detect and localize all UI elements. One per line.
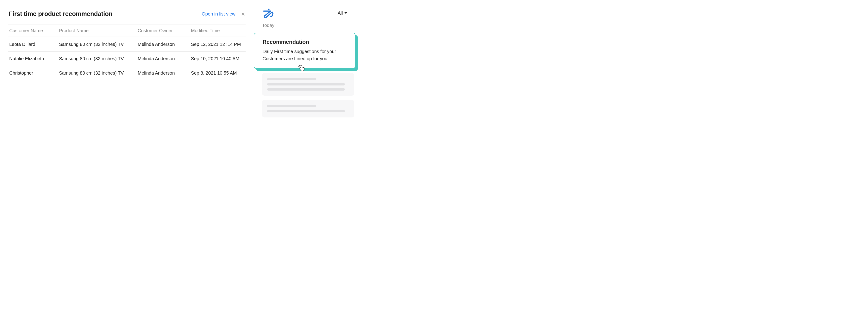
cell-product: Samsung 80 cm (32 inches) TV <box>59 71 124 76</box>
sidebar-header: All <box>262 8 354 18</box>
sidebar-panel: All Today Recommendation Daily First tim… <box>254 0 361 129</box>
col-customer-header: Customer Name <box>9 28 43 33</box>
recommendation-card[interactable]: Recommendation Daily First time suggesti… <box>254 33 355 69</box>
col-product-header: Product Name <box>59 28 89 33</box>
skeleton-line <box>267 105 316 107</box>
skeleton-line <box>267 83 345 85</box>
filter-dropdown-label: All <box>338 10 343 16</box>
section-label-today: Today <box>262 23 354 28</box>
close-icon[interactable] <box>241 12 245 16</box>
svg-point-0 <box>268 8 270 10</box>
cell-owner: Melinda Anderson <box>138 42 175 47</box>
recommendation-body: Daily First time suggestions for your Cu… <box>262 48 348 62</box>
table-header-row: Customer Name Product Name Customer Owne… <box>8 25 246 37</box>
cell-modified: Sep 12, 2021 12 :14 PM <box>191 42 241 47</box>
zia-logo-icon <box>262 8 275 18</box>
skeleton-line <box>267 88 345 90</box>
cell-customer: Leota Diliard <box>9 42 35 47</box>
skeleton-card <box>262 100 354 117</box>
page-title: First time product recommendation <box>9 10 113 18</box>
cell-product: Samsung 80 cm (32 inches) TV <box>59 56 124 61</box>
cell-product: Samsung 80 cm (32 inches) TV <box>59 42 124 47</box>
cell-owner: Melinda Anderson <box>138 56 175 61</box>
cell-customer: Natalie Elizabeth <box>9 56 44 61</box>
filter-dropdown[interactable]: All <box>338 10 347 16</box>
cell-modified: Sep 8, 2021 10:55 AM <box>191 71 237 76</box>
col-modified-header: Modified Time <box>191 28 220 33</box>
sidebar-filter: All <box>338 10 354 16</box>
pointer-cursor-icon <box>298 65 305 73</box>
skeleton-line <box>267 78 316 80</box>
main-panel: First time product recommendation Open i… <box>0 0 254 129</box>
chevron-down-icon <box>344 12 347 14</box>
cell-owner: Melinda Anderson <box>138 71 175 76</box>
cell-customer: Christopher <box>9 71 33 76</box>
cell-modified: Sep 10, 2021 10:40 AM <box>191 56 239 61</box>
recommendations-table: Customer Name Product Name Customer Owne… <box>0 25 254 80</box>
col-owner-header: Customer Owner <box>138 28 173 33</box>
header-actions: Open in list view <box>202 11 245 17</box>
recommendation-title: Recommendation <box>262 39 348 45</box>
main-header: First time product recommendation Open i… <box>0 10 254 25</box>
table-row[interactable]: Natalie Elizabeth Samsung 80 cm (32 inch… <box>8 52 246 66</box>
open-in-list-view-link[interactable]: Open in list view <box>202 11 236 17</box>
table-row[interactable]: Leota Diliard Samsung 80 cm (32 inches) … <box>8 37 246 52</box>
minimize-icon[interactable] <box>350 13 354 13</box>
table-row[interactable]: Christopher Samsung 80 cm (32 inches) TV… <box>8 66 246 80</box>
skeleton-line <box>267 110 345 112</box>
skeleton-card <box>262 73 354 96</box>
